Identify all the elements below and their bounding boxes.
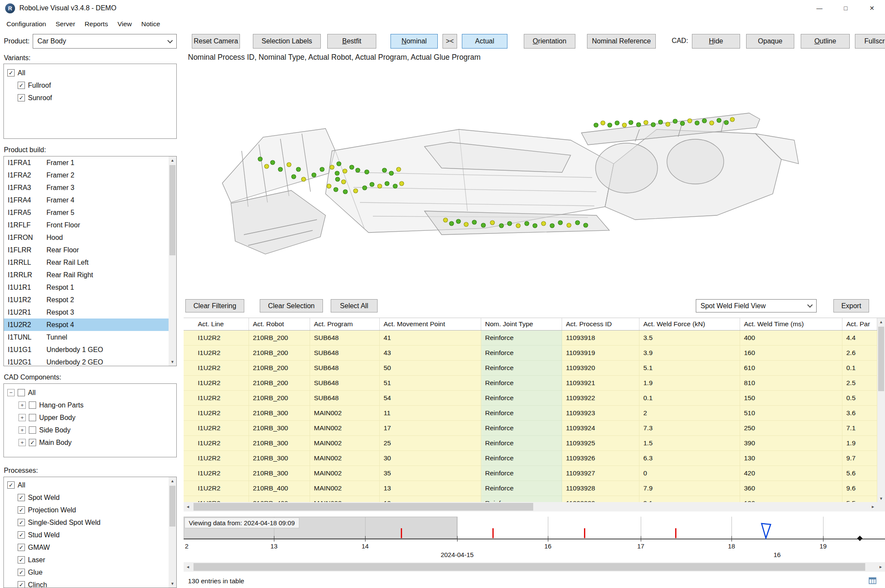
checkbox[interactable]: ✓	[18, 556, 25, 564]
cad-item[interactable]: −All	[4, 386, 176, 399]
product-build-item[interactable]: I1U1G1Underbody 1 GEO	[4, 343, 176, 356]
menu-item-notice[interactable]: Notice	[136, 16, 165, 32]
weld-point[interactable]	[399, 181, 404, 186]
cad-item[interactable]: +Hang-on Parts	[4, 399, 176, 411]
weld-point[interactable]	[629, 120, 633, 125]
weld-point[interactable]	[456, 219, 461, 224]
checkbox[interactable]: ✓	[18, 544, 25, 551]
weld-point[interactable]	[443, 218, 448, 222]
product-build-item[interactable]: I1FLRRRear Floor	[4, 244, 176, 256]
processes-scrollbar[interactable]: ▲ ▼	[169, 477, 176, 588]
menu-item-view[interactable]: View	[113, 16, 136, 32]
weld-point[interactable]	[516, 224, 520, 228]
weld-point[interactable]	[490, 220, 495, 225]
table-row[interactable]: I1U2R2210RB_200SUB64851Reinforce11093921…	[184, 376, 877, 391]
table-row[interactable]: I1U2R2210RB_300MAIN00225Reinforce1109392…	[184, 436, 877, 451]
weld-point[interactable]	[464, 222, 468, 227]
weld-point[interactable]	[287, 162, 291, 167]
cad-outline-button[interactable]: Outline	[801, 34, 850, 49]
weld-point[interactable]	[567, 223, 571, 227]
column-header[interactable]: Act. Weld Time (ms)	[740, 318, 842, 330]
product-build-item[interactable]: I1U1R1Respot 1	[4, 281, 176, 294]
weld-point[interactable]	[296, 167, 301, 172]
selection-labels-button[interactable]: Selection Labels	[253, 34, 321, 49]
weld-point[interactable]	[673, 119, 677, 123]
weld-point[interactable]	[525, 221, 529, 226]
checkbox[interactable]: ✓	[18, 506, 25, 514]
scrollbar-thumb[interactable]	[878, 327, 884, 391]
scroll-down-icon[interactable]: ▼	[169, 580, 176, 588]
scroll-down-icon[interactable]: ▼	[169, 358, 176, 366]
product-build-item[interactable]: I1TUNLTunnel	[4, 331, 176, 343]
weld-point[interactable]	[558, 220, 562, 225]
weld-point[interactable]	[327, 184, 331, 188]
weld-point[interactable]	[270, 160, 275, 165]
weld-point[interactable]	[330, 165, 334, 169]
weld-point[interactable]	[396, 167, 401, 172]
weld-point[interactable]	[353, 189, 358, 193]
weld-point[interactable]	[278, 167, 283, 172]
weld-point[interactable]	[550, 224, 554, 228]
weld-point[interactable]	[258, 157, 262, 161]
weld-point[interactable]	[499, 224, 504, 228]
weld-point[interactable]	[651, 122, 655, 127]
weld-point[interactable]	[365, 170, 369, 174]
scroll-up-icon[interactable]: ▲	[169, 156, 176, 164]
column-header[interactable]: Act. Process ID	[562, 318, 639, 330]
weld-point[interactable]	[370, 182, 374, 187]
product-build-item[interactable]: I1RRLLRear Rail Left	[4, 256, 176, 269]
menu-item-server[interactable]: Server	[51, 16, 80, 32]
process-item[interactable]: ✓Stud Weld	[4, 529, 176, 541]
process-item[interactable]: ✓Spot Weld	[4, 491, 176, 504]
weld-point[interactable]	[666, 122, 670, 126]
checkbox[interactable]	[29, 401, 36, 409]
cad-item[interactable]: +Upper Body	[4, 411, 176, 424]
product-build-scrollbar[interactable]: ▲ ▼	[169, 156, 176, 366]
weld-point[interactable]	[608, 123, 612, 127]
minimize-button[interactable]: —	[806, 0, 833, 16]
weld-point[interactable]	[472, 220, 476, 224]
weld-point[interactable]	[264, 164, 269, 168]
product-build-item[interactable]: I1RFLFFront Floor	[4, 219, 176, 231]
weld-point[interactable]	[688, 119, 692, 123]
table-row[interactable]: I1U2R2210RB_200SUB64850Reinforce11093920…	[184, 361, 877, 376]
product-build-item[interactable]: I1FRA4Framer 4	[4, 194, 176, 206]
table-row[interactable]: I1U2R2210RB_200SUB64843Reinforce11093919…	[184, 346, 877, 361]
weld-point[interactable]	[702, 119, 707, 123]
menu-item-reports[interactable]: Reports	[80, 16, 113, 32]
variant-item[interactable]: ✓Fullroof	[4, 79, 176, 92]
scroll-left-icon[interactable]: ◄	[184, 502, 192, 511]
weld-point[interactable]	[622, 123, 627, 127]
column-header[interactable]: Act. Robot	[249, 318, 310, 330]
column-header[interactable]: Act. Line	[184, 318, 249, 330]
weld-point[interactable]	[343, 190, 347, 194]
cad-item[interactable]: +Side Body	[4, 424, 176, 436]
weld-point[interactable]	[350, 165, 354, 169]
table-row[interactable]: I1U2R2210RB_200SUB64854Reinforce11093922…	[184, 391, 877, 406]
product-build-item[interactable]: I1FRA5Framer 5	[4, 206, 176, 219]
timeline[interactable]: Viewing data from: 2024-04-18 09:09 2131…	[184, 517, 885, 561]
table-row[interactable]: I1U2R2210RB_400MAIN00213Reinforce1109392…	[184, 481, 877, 496]
column-header[interactable]: Nom. Joint Type	[481, 318, 562, 330]
weld-point[interactable]	[363, 186, 367, 190]
cad-hide-button[interactable]: Hide	[692, 34, 740, 49]
weld-point[interactable]	[301, 177, 306, 181]
expand-icon[interactable]: +	[18, 426, 26, 434]
scroll-up-icon[interactable]: ▲	[877, 318, 885, 326]
product-build-item[interactable]: I1U2G1Underbody 2 GEO	[4, 356, 176, 366]
checkbox[interactable]	[29, 414, 36, 421]
maximize-button[interactable]: □	[833, 0, 859, 16]
process-item[interactable]: ✓All	[4, 479, 176, 491]
weld-point[interactable]	[393, 184, 397, 188]
table-row[interactable]: I1U2R2210RB_300MAIN00235Reinforce1109392…	[184, 466, 877, 481]
table-grid-icon[interactable]	[868, 576, 877, 585]
fullscreen-button[interactable]: Fullscreen	[855, 34, 885, 49]
actual-toggle[interactable]: Actual	[462, 34, 507, 49]
column-header[interactable]: Act. Movement Point	[380, 318, 481, 330]
variant-item[interactable]: ✓Sunroof	[4, 92, 176, 104]
checkbox[interactable]: ✓	[7, 481, 15, 489]
scrollbar-thumb[interactable]	[169, 486, 175, 527]
product-build-item[interactable]: I1FRA2Framer 2	[4, 169, 176, 181]
product-build-item[interactable]: I1U1R2Respot 2	[4, 294, 176, 306]
scroll-down-icon[interactable]: ▼	[877, 495, 885, 502]
